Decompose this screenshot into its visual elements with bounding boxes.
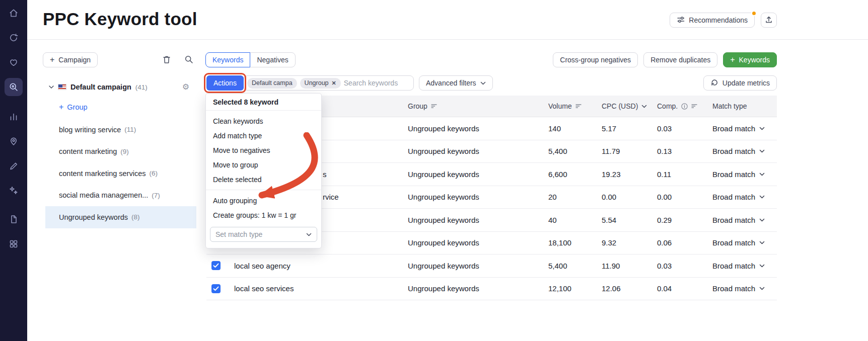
chip-close-icon[interactable]: ✕: [332, 80, 336, 87]
comp-cell: 0.11: [657, 170, 712, 179]
match-type-dropdown[interactable]: Broad match: [712, 147, 777, 155]
home-icon[interactable]: [5, 4, 23, 22]
header-cpc-dropdown[interactable]: CPC (USD): [602, 102, 657, 110]
comp-cell: 0.04: [657, 284, 712, 293]
group-cell: Ungrouped keywords: [408, 262, 546, 270]
favorites-icon[interactable]: [5, 53, 23, 71]
menu-item[interactable]: Delete selected: [206, 172, 321, 187]
set-match-type-select[interactable]: Set match type: [210, 227, 317, 242]
upload-icon: [765, 16, 773, 25]
header-group-sort[interactable]: Group: [408, 102, 546, 110]
ai-sparkles-icon[interactable]: [5, 182, 23, 200]
group-list-item[interactable]: Ungrouped keywords (8): [45, 206, 196, 228]
chevron-down-icon: [759, 127, 765, 130]
header-match-type: Match type: [712, 102, 777, 110]
plus-icon: +: [50, 56, 54, 64]
apps-grid-icon[interactable]: [5, 235, 23, 253]
recommendations-button[interactable]: Recommendations: [670, 13, 755, 28]
gear-icon[interactable]: ⚙: [182, 83, 189, 91]
chevron-down-icon: [759, 264, 765, 268]
actions-button[interactable]: Actions: [206, 75, 244, 91]
advanced-filters-button[interactable]: Advanced filters: [419, 75, 493, 91]
campaign-row[interactable]: Default campaign (41) ⚙: [45, 79, 196, 95]
match-type-dropdown[interactable]: Broad match: [712, 238, 777, 247]
update-metrics-label: Update metrics: [722, 79, 770, 87]
keyword-cell: local seo agency: [227, 262, 291, 270]
plus-icon: +: [730, 56, 735, 64]
row-checkbox-checked[interactable]: [211, 284, 221, 293]
menu-group-2: Auto groupingCreate groups: 1 kw = 1 gr: [206, 193, 321, 222]
group-list-item[interactable]: content marketing services (6): [45, 162, 196, 185]
header-comp-label: Comp.: [657, 102, 678, 110]
match-type-label: Broad match: [712, 284, 755, 293]
group-name: content marketing: [59, 147, 117, 155]
sort-icon: [575, 104, 582, 109]
map-pin-icon[interactable]: [5, 132, 23, 150]
delete-campaign-button[interactable]: [161, 54, 172, 67]
comp-cell: 0.03: [657, 262, 712, 270]
document-icon[interactable]: [5, 210, 23, 228]
update-metrics-button[interactable]: Update metrics: [703, 75, 777, 91]
volume-cell: 140: [546, 124, 602, 133]
match-type-dropdown[interactable]: Broad match: [712, 262, 777, 270]
cpc-cell: 9.32: [602, 238, 657, 247]
us-flag-icon: [58, 84, 66, 90]
add-campaign-button[interactable]: + Campaign: [43, 52, 98, 67]
header-comp-sort[interactable]: Comp.: [657, 102, 712, 110]
edit-icon[interactable]: [5, 157, 23, 175]
tab-negatives[interactable]: Negatives: [250, 52, 295, 67]
add-group-button[interactable]: + Group: [59, 103, 88, 111]
match-type-dropdown[interactable]: Broad match: [712, 170, 777, 179]
menu-item[interactable]: Add match type: [206, 128, 321, 143]
group-list-item[interactable]: social media managemen... (7): [45, 185, 196, 207]
chevron-down-icon: [759, 195, 765, 199]
keywords-negatives-tabs: Keywords Negatives: [205, 52, 296, 67]
match-type-label: Broad match: [712, 124, 755, 133]
match-type-dropdown[interactable]: Broad match: [712, 124, 777, 133]
keyword-research-icon[interactable]: [5, 78, 23, 96]
group-name: blog writing service: [59, 126, 121, 134]
group-count: (9): [120, 148, 129, 155]
keyword-search-box[interactable]: Default campa Ungroup ✕: [243, 75, 414, 91]
search-campaign-button[interactable]: [183, 54, 194, 66]
menu-item[interactable]: Auto grouping: [206, 193, 321, 208]
search-keywords-input[interactable]: [344, 79, 410, 87]
menu-item[interactable]: Clean keywords: [206, 114, 321, 128]
cpc-cell: 19.23: [602, 170, 657, 179]
group-count: (8): [131, 213, 140, 221]
page-title: PPC Keyword tool: [43, 9, 197, 29]
volume-cell: 5,400: [546, 147, 602, 155]
menu-group-1: Clean keywordsAdd match typeMove to nega…: [206, 114, 321, 187]
analytics-icon[interactable]: [5, 108, 23, 126]
add-keywords-button[interactable]: + Keywords: [723, 52, 777, 67]
recommendations-label: Recommendations: [689, 16, 748, 24]
keyword-cell: local seo services: [227, 284, 294, 293]
volume-cell: 18,100: [546, 238, 602, 247]
match-type-dropdown[interactable]: Broad match: [712, 216, 777, 224]
match-type-dropdown[interactable]: Broad match: [712, 193, 777, 201]
group-list-item[interactable]: content marketing (9): [45, 141, 196, 163]
chevron-down-icon: [641, 105, 647, 108]
filter-chip[interactable]: Ungroup ✕: [300, 78, 341, 89]
remove-duplicates-button[interactable]: Remove duplicates: [643, 52, 717, 67]
sort-icon: [691, 104, 697, 109]
actions-dropdown-menu: Selected 8 keyword Clean keywordsAdd mat…: [205, 93, 322, 248]
match-type-dropdown[interactable]: Broad match: [712, 284, 777, 293]
export-button[interactable]: [761, 13, 777, 28]
history-icon[interactable]: [5, 29, 23, 47]
menu-item[interactable]: Move to group: [206, 157, 321, 172]
chevron-down-icon: [759, 149, 765, 153]
menu-item[interactable]: Create groups: 1 kw = 1 gr: [206, 208, 321, 222]
volume-cell: 5,400: [546, 262, 602, 270]
row-checkbox-checked[interactable]: [211, 261, 221, 270]
add-group-label: Group: [67, 103, 87, 111]
filter-chip[interactable]: Default campa: [247, 78, 297, 89]
tab-keywords[interactable]: Keywords: [205, 52, 250, 67]
header-volume-sort[interactable]: Volume: [546, 102, 602, 110]
menu-item[interactable]: Move to negatives: [206, 143, 321, 157]
cross-group-negatives-button[interactable]: Cross-group negatives: [553, 52, 638, 67]
group-cell: Ungrouped keywords: [408, 147, 546, 155]
comp-cell: 0.06: [657, 238, 712, 247]
group-list-item[interactable]: blog writing service (11): [45, 119, 196, 141]
match-type-label: Broad match: [712, 193, 755, 201]
